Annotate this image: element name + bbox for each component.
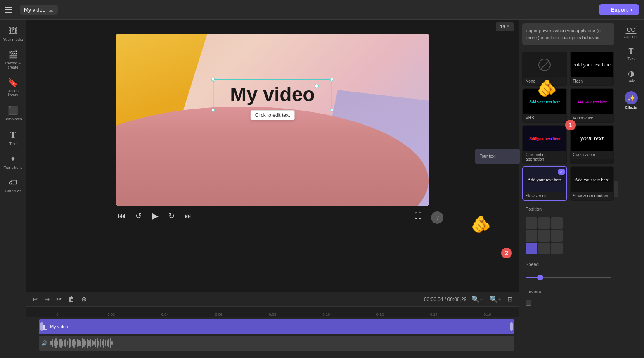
effect-label-chromatic: Chromatic aberration — [523, 151, 566, 163]
undo-button[interactable]: ↩ — [31, 294, 39, 304]
effect-card-slow-zoom[interactable]: ✓ Add your text here Slow zoom — [522, 166, 567, 201]
effect-preview-flash: Add your text here — [571, 52, 614, 77]
ruler-mark-6: 0:12 — [353, 313, 407, 317]
delete-button[interactable]: 🗑 — [66, 295, 76, 304]
effect-card-vaporwave[interactable]: Add your text here Vaporwave — [570, 88, 615, 123]
pos-cell-5[interactable] — [551, 230, 563, 242]
effect-card-vhs[interactable]: Add your text here VHS — [522, 88, 567, 123]
right-icons-bar: CC Captions T Text ◑ Fade ✨ Effects — [618, 20, 644, 358]
resize-handle-bl[interactable] — [211, 109, 215, 112]
right-icon-fade[interactable]: ◑ Fade — [620, 66, 643, 85]
pos-cell-4[interactable] — [538, 230, 550, 242]
export-button[interactable]: ↑ Export ▾ — [599, 4, 639, 15]
position-section-label: Position — [522, 204, 614, 212]
effect-label-vaporwave: Vaporwave — [571, 114, 614, 122]
track-handle-right[interactable] — [510, 322, 513, 331]
pos-cell-2[interactable] — [551, 217, 563, 229]
help-button[interactable]: ? — [431, 211, 443, 224]
cut-button[interactable]: ✂ — [54, 294, 63, 304]
audio-track-icon: 🔊 — [41, 340, 47, 346]
skip-to-end-button[interactable]: ⏭ — [183, 210, 194, 222]
skip-to-start-button[interactable]: ⏮ — [116, 210, 127, 222]
timeline-ruler: 0 0:02 0:04 0:06 0:08 0:10 0:12 0:14 0:1… — [26, 307, 519, 317]
pos-cell-8[interactable] — [551, 243, 563, 254]
effect-label-crash: Crash zoom — [571, 151, 614, 159]
right-text-icon: T — [628, 47, 633, 56]
effect-label-slow-zoom: Slow zoom — [523, 192, 566, 200]
canvas-area: 16:9 My video Click to edit text — [26, 20, 519, 292]
ruler-mark-1: 0:02 — [84, 313, 138, 317]
effect-preview-vhs: Add your text here — [523, 89, 566, 114]
speed-slider[interactable] — [526, 277, 611, 278]
video-title-text[interactable]: My video — [230, 83, 315, 105]
zoom-out-button[interactable]: 🔍− — [470, 294, 485, 304]
click-to-edit-tooltip: Click to edit text — [251, 110, 295, 120]
step-badge-2: 2 — [501, 248, 512, 258]
text-icon: T — [10, 129, 16, 140]
project-title[interactable]: My video ☁ — [20, 5, 58, 15]
fast-forward-button[interactable]: ↻ — [167, 210, 176, 222]
add-track-button[interactable]: ⊕ — [80, 294, 88, 304]
resize-handle-tl[interactable] — [211, 78, 215, 81]
sidebar-item-brand-kit[interactable]: 🏷 Brand kit — [2, 175, 25, 197]
reverse-checkbox[interactable] — [526, 300, 531, 306]
effect-preview-chromatic: Add your text here — [523, 126, 566, 151]
aspect-ratio-button[interactable]: 16:9 — [496, 22, 514, 31]
pos-cell-6[interactable] — [526, 243, 537, 254]
pos-cell-7[interactable] — [538, 243, 550, 254]
hamburger-menu[interactable] — [5, 5, 15, 15]
left-sidebar: 🖼 Your media 🎬 Record & create 🔖 Content… — [0, 20, 26, 358]
sidebar-item-record-create[interactable]: 🎬 Record & create — [2, 47, 25, 73]
content-library-icon: 🔖 — [8, 78, 18, 88]
speed-slider-wrap — [522, 271, 614, 283]
project-name-text: My video — [24, 7, 45, 13]
track-handle-left[interactable] — [40, 322, 43, 331]
sidebar-item-your-media[interactable]: 🖼 Your media — [2, 23, 25, 45]
sidebar-item-content-library[interactable]: 🔖 Content library — [2, 74, 25, 100]
your-media-icon: 🖼 — [9, 26, 17, 36]
play-button[interactable]: ▶ — [150, 209, 160, 223]
pos-cell-0[interactable] — [526, 217, 537, 229]
timeline-toolbar: ↩ ↪ ✂ 🗑 ⊕ 00:00.54 / 00:08.29 🔍− 🔍+ ⊡ — [26, 292, 519, 307]
timeline-section: ↩ ↪ ✂ 🗑 ⊕ 00:00.54 / 00:08.29 🔍− 🔍+ ⊡ 0 … — [26, 292, 519, 358]
selected-badge: ✓ — [558, 169, 565, 175]
sidebar-item-templates[interactable]: ⬛ Templates — [2, 102, 25, 124]
effect-label-flash: Flash — [571, 77, 614, 85]
templates-icon: ⬛ — [8, 105, 18, 115]
effect-label-none: None — [523, 77, 566, 85]
effect-card-chromatic[interactable]: Add your text here Chromatic aberration — [522, 125, 567, 164]
effect-card-crash[interactable]: your text Crash zoom — [570, 125, 615, 164]
pos-cell-1[interactable] — [538, 217, 550, 229]
effect-card-slow-zoom-random[interactable]: Add your text here Slow zoom random — [570, 166, 615, 201]
ruler-mark-3: 0:06 — [192, 313, 246, 317]
right-icon-effects[interactable]: ✨ Effects — [620, 89, 643, 112]
zoom-in-button[interactable]: 🔍+ — [488, 294, 503, 304]
playhead[interactable] — [36, 317, 36, 358]
audio-track[interactable]: 🔊 — [39, 336, 514, 351]
fullscreen-button[interactable]: ⛶ — [414, 212, 422, 220]
right-icon-text[interactable]: T Text — [620, 45, 643, 63]
tour-text-card: super powers when you apply one (or more… — [522, 23, 614, 45]
text-overlay-box[interactable]: My video — [213, 79, 331, 110]
redo-button[interactable]: ↪ — [43, 294, 51, 304]
brand-kit-icon: 🏷 — [9, 178, 17, 187]
video-canvas[interactable]: My video Click to edit text — [116, 34, 429, 206]
playback-controls: ⏮ ↺ ▶ ↻ ⏭ ⛶ — [116, 206, 429, 226]
rewind-button[interactable]: ↺ — [134, 210, 143, 222]
audio-waveform — [49, 336, 114, 351]
effect-card-flash[interactable]: Add your text here Flash — [570, 52, 615, 86]
timeline-zoom-controls: 🔍− 🔍+ ⊡ — [470, 294, 514, 304]
sidebar-item-text[interactable]: T Text — [2, 126, 25, 149]
sidebar-item-transitions[interactable]: ✦ Transitions — [2, 151, 25, 173]
main-layout: 🖼 Your media 🎬 Record & create 🔖 Content… — [0, 20, 644, 358]
canvas-top-bar: 16:9 — [26, 20, 519, 34]
effects-icon: ✨ — [625, 91, 638, 104]
video-track[interactable]: ▥ My video — [39, 319, 514, 334]
panel-collapse-button[interactable]: ‹ — [614, 181, 618, 197]
timeline-time-display: 00:00.54 / 00:08.29 — [424, 296, 466, 302]
effect-card-none[interactable]: None — [522, 52, 567, 86]
fit-timeline-button[interactable]: ⊡ — [506, 294, 514, 304]
effect-label-vhs: VHS — [523, 114, 566, 122]
right-icon-captions[interactable]: CC Captions — [620, 23, 643, 41]
pos-cell-3[interactable] — [526, 230, 537, 242]
